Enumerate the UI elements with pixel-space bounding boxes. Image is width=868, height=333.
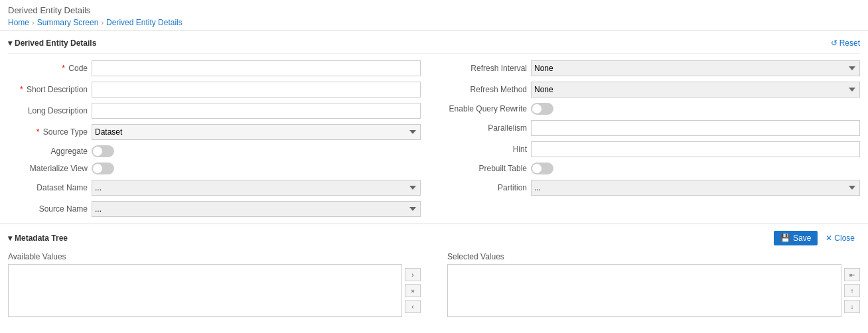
- source-name-select[interactable]: ...: [92, 201, 421, 217]
- breadcrumb: Home › Summary Screen › Derived Entity D…: [8, 18, 860, 27]
- available-values-label: Available Values: [8, 252, 421, 261]
- code-input[interactable]: [92, 60, 421, 76]
- code-row: * Code: [8, 60, 421, 76]
- source-type-label: * Source Type: [8, 127, 88, 137]
- move-to-top-button[interactable]: ⇤: [844, 268, 860, 281]
- dataset-name-select[interactable]: ...: [92, 180, 421, 196]
- refresh-method-select[interactable]: None: [531, 82, 860, 98]
- long-desc-input[interactable]: [92, 103, 421, 119]
- reset-label: Reset: [839, 38, 860, 48]
- move-up-button[interactable]: ↑: [844, 284, 860, 297]
- partition-label: Partition: [447, 183, 527, 192]
- breadcrumb-current: Derived Entity Details: [106, 18, 182, 27]
- dataset-name-row: Dataset Name ...: [8, 180, 421, 196]
- refresh-interval-select[interactable]: None: [531, 60, 860, 76]
- close-label: Close: [834, 233, 855, 243]
- metadata-collapse-icon[interactable]: ▾: [8, 233, 12, 243]
- source-name-label: Source Name: [8, 204, 88, 214]
- transfer-right-button[interactable]: ›: [405, 268, 421, 281]
- arrow-right-icon: ›: [411, 271, 413, 279]
- reset-button[interactable]: ↺ Reset: [831, 38, 860, 48]
- arrow-left-icon: ‹: [411, 303, 413, 310]
- dataset-name-label: Dataset Name: [8, 183, 88, 192]
- source-type-row: * Source Type Dataset View Table: [8, 124, 421, 140]
- aggregate-toggle[interactable]: [92, 145, 114, 157]
- source-type-select[interactable]: Dataset View Table: [92, 124, 421, 140]
- short-desc-input[interactable]: [92, 82, 421, 98]
- selected-values-section: Selected Values ⇤ ↑ ↓: [447, 252, 860, 317]
- hint-row: Hint: [447, 141, 860, 157]
- order-buttons: ⇤ ↑ ↓: [844, 264, 860, 317]
- materialize-row: Materialize View: [8, 163, 421, 174]
- selected-values-box: [447, 264, 841, 317]
- available-values-box: [8, 264, 402, 317]
- prebuilt-toggle[interactable]: [531, 163, 553, 174]
- refresh-interval-label: Refresh Interval: [447, 64, 527, 73]
- metadata-header: ▾ Metadata Tree 💾 Save ✕ Close: [8, 227, 860, 249]
- arrow-up-icon: ↑: [851, 287, 854, 295]
- breadcrumb-summary[interactable]: Summary Screen: [37, 18, 99, 27]
- code-required-star: *: [62, 64, 65, 73]
- metadata-title-text: Metadata Tree: [15, 233, 68, 243]
- refresh-interval-row: Refresh Interval None: [447, 60, 860, 76]
- selected-values-wrapper: ⇤ ↑ ↓: [447, 264, 860, 317]
- parallelism-label: Parallelism: [447, 123, 527, 133]
- reset-icon: ↺: [831, 38, 837, 48]
- enable-query-row: Enable Query Rewrite: [447, 103, 860, 115]
- right-form-column: Refresh Interval None Refresh Method Non…: [447, 60, 860, 217]
- enable-query-toggle[interactable]: [531, 103, 553, 115]
- close-button[interactable]: ✕ Close: [820, 231, 860, 245]
- parallelism-input[interactable]: [531, 120, 860, 136]
- page-header: Derived Entity Details Home › Summary Sc…: [0, 0, 868, 31]
- refresh-method-row: Refresh Method None: [447, 82, 860, 98]
- left-form-column: * Code * Short Description Long Descript…: [8, 60, 421, 217]
- prebuilt-label: Prebuilt Table: [447, 164, 527, 173]
- short-desc-label: * Short Description: [8, 85, 88, 94]
- arrow-down-icon: ↓: [851, 303, 854, 310]
- derived-entity-section: ▾ Derived Entity Details ↺ Reset * Code …: [0, 31, 868, 221]
- metadata-actions: 💾 Save ✕ Close: [774, 231, 860, 245]
- move-down-button[interactable]: ↓: [844, 300, 860, 313]
- refresh-method-label: Refresh Method: [447, 85, 527, 94]
- breadcrumb-sep-2: ›: [101, 19, 104, 27]
- close-icon: ✕: [826, 233, 832, 243]
- breadcrumb-home[interactable]: Home: [8, 18, 29, 27]
- save-icon: 💾: [780, 233, 790, 243]
- long-desc-row: Long Description: [8, 103, 421, 119]
- short-desc-row: * Short Description: [8, 82, 421, 98]
- transfer-buttons: › » ‹: [405, 264, 421, 317]
- long-desc-label: Long Description: [8, 106, 88, 115]
- materialize-toggle[interactable]: [92, 163, 114, 174]
- breadcrumb-sep-1: ›: [32, 19, 35, 27]
- page-title: Derived Entity Details: [8, 5, 860, 15]
- materialize-label: Materialize View: [8, 164, 88, 173]
- hint-label: Hint: [447, 145, 527, 154]
- metadata-title-wrapper: ▾ Metadata Tree: [8, 233, 68, 243]
- transfer-right-all-button[interactable]: »: [405, 284, 421, 297]
- transfer-left-button[interactable]: ‹: [405, 300, 421, 313]
- short-desc-required-star: *: [20, 85, 23, 94]
- parallelism-row: Parallelism: [447, 120, 860, 136]
- section-title-text: Derived Entity Details: [15, 38, 96, 48]
- section-title-wrapper: ▾ Derived Entity Details: [8, 38, 96, 48]
- collapse-icon[interactable]: ▾: [8, 38, 12, 48]
- save-label: Save: [793, 233, 811, 243]
- aggregate-row: Aggregate: [8, 145, 421, 157]
- hint-input[interactable]: [531, 141, 860, 157]
- arrow-right-double-icon: »: [411, 287, 415, 295]
- source-name-row: Source Name ...: [8, 201, 421, 217]
- metadata-section: ▾ Metadata Tree 💾 Save ✕ Close Available…: [0, 224, 868, 317]
- enable-query-label: Enable Query Rewrite: [447, 104, 527, 113]
- aggregate-label: Aggregate: [8, 147, 88, 156]
- source-type-required-star: *: [36, 127, 40, 137]
- partition-row: Partition ...: [447, 180, 860, 196]
- available-values-section: Available Values › » ‹: [8, 252, 421, 317]
- form-grid: * Code * Short Description Long Descript…: [8, 60, 860, 217]
- available-values-wrapper: › » ‹: [8, 264, 421, 317]
- partition-select[interactable]: ...: [531, 180, 860, 196]
- code-label: * Code: [8, 64, 88, 73]
- section-header: ▾ Derived Entity Details ↺ Reset: [8, 34, 860, 54]
- save-button[interactable]: 💾 Save: [774, 231, 818, 245]
- selected-values-label: Selected Values: [447, 252, 860, 261]
- values-row: Available Values › » ‹ Selected Val: [8, 252, 860, 317]
